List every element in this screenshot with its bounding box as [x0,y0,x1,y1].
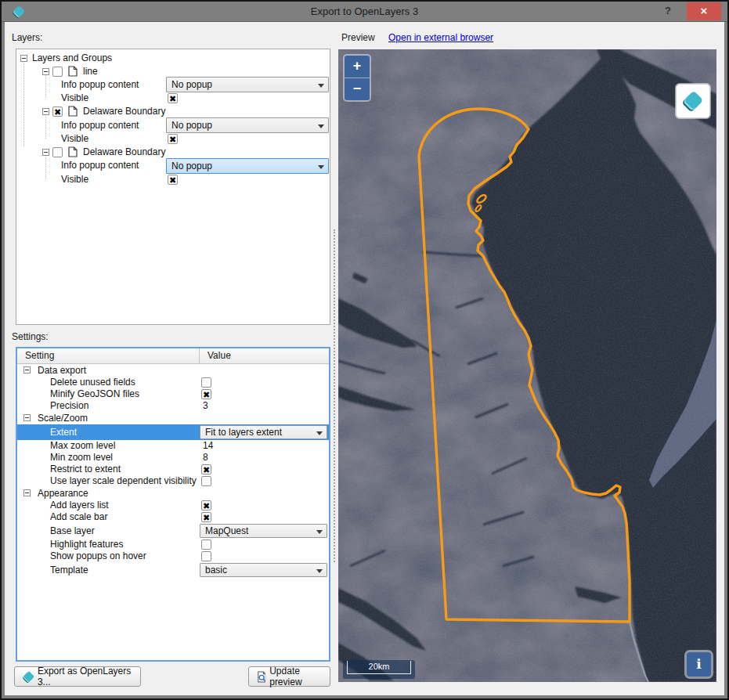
window-title: Export to OpenLayers 3 [2,5,727,17]
openlayers-logo-icon [22,670,34,684]
setting-checkbox[interactable] [201,539,211,550]
tree-guide-line [23,59,24,146]
settings-panel-label: Settings: [12,331,49,342]
settings-row-extent[interactable]: Extent Fit to layers extent [17,424,329,440]
popup-select-value: No popup [171,79,212,90]
setting-label: Template [50,562,88,578]
chevron-down-icon [316,569,323,573]
settings-row-precision[interactable]: Precision 3 [17,400,329,412]
setting-label: Use layer scale dependent visibility [50,475,197,487]
layer-checkbox[interactable] [52,67,63,77]
close-button[interactable]: × [687,2,721,20]
setting-checkbox[interactable] [201,476,211,486]
settings-row-restrict-extent[interactable]: Restrict to extent ✖ [17,464,329,475]
setting-checkbox[interactable]: ✖ [201,500,211,511]
setting-checkbox[interactable] [201,551,211,561]
column-header-value: Value [200,348,329,363]
setting-checkbox[interactable]: ✖ [201,464,211,474]
export-button[interactable]: Export as OpenLayers 3... [14,666,141,687]
settings-table[interactable]: Setting Value Data export Delete unused … [16,347,330,662]
tree-guide-line [45,71,46,98]
expander-icon[interactable] [23,414,31,421]
expander-icon[interactable] [23,489,31,496]
vertical-splitter-handle[interactable] [334,229,335,562]
layer-name[interactable]: line [83,65,98,78]
setting-label: Max zoom level [50,440,115,452]
layers-toggle-button[interactable] [676,84,710,118]
settings-group-data-export[interactable]: Data export [17,364,329,377]
settings-row-min-zoom[interactable]: Min zoom level 8 [17,452,329,464]
export-button-label: Export as OpenLayers 3... [38,666,133,687]
layer-name[interactable]: Delaware Boundary [83,105,165,118]
group-label: Appearance [38,487,88,500]
settings-row-popups-on-hover[interactable]: Show popups on hover [17,550,329,562]
dialog-content: Layers: Layers and Groups line Info popu… [5,22,724,695]
setting-label: Extent [50,424,77,440]
extent-select-value: Fit to layers extent [205,427,282,438]
setting-label: Base layer [50,523,95,539]
popup-select-2[interactable]: No popup [166,158,329,174]
setting-checkbox[interactable] [201,377,211,388]
template-select[interactable]: basic [200,563,327,577]
layer-file-icon [68,66,78,77]
title-bar[interactable]: Export to OpenLayers 3 ? × [2,2,727,22]
setting-label: Add scale bar [50,511,107,523]
expander-icon[interactable] [42,68,49,75]
base-layer-select[interactable]: MapQuest [200,524,327,538]
layer-checkbox[interactable]: ✖ [52,106,63,117]
chevron-down-icon [318,165,324,169]
open-external-browser-link[interactable]: Open in external browser [388,32,493,43]
layers-icon [681,89,705,113]
settings-row-highlight-features[interactable]: Highlight features [17,539,329,550]
settings-row-add-layers-list[interactable]: Add layers list ✖ [17,500,329,511]
extent-select[interactable]: Fit to layers extent [200,425,327,439]
settings-row-max-zoom[interactable]: Max zoom level 14 [17,440,329,452]
expander-icon[interactable] [20,55,27,62]
setting-checkbox[interactable]: ✖ [201,512,211,522]
chevron-down-icon [318,84,324,88]
visible-checkbox[interactable]: ✖ [168,175,178,185]
settings-row-template[interactable]: Template basic [17,562,329,578]
setting-label: Add layers list [50,500,109,511]
settings-row-base-layer[interactable]: Base layer MapQuest [17,523,329,539]
popup-select-value: No popup [171,120,212,131]
setting-label: Show popups on hover [50,550,146,562]
setting-label: Highlight features [50,539,123,550]
zoom-out-button[interactable]: − [345,78,370,100]
update-preview-button[interactable]: Update preview [248,666,330,687]
doc-magnifier-icon [256,671,265,683]
expander-icon[interactable] [42,149,49,156]
visible-checkbox[interactable]: ✖ [168,93,178,103]
template-select-value: basic [205,565,227,576]
expander-icon[interactable] [42,108,49,115]
settings-group-appearance[interactable]: Appearance [17,487,329,500]
settings-row-layer-scale-visibility[interactable]: Use layer scale dependent visibility [17,475,329,487]
setting-value[interactable]: 3 [203,400,208,412]
settings-row-minify-geojson[interactable]: Minify GeoJSON files ✖ [17,388,329,400]
tree-root-label[interactable]: Layers and Groups [32,52,112,65]
popup-select-0[interactable]: No popup [166,77,329,92]
expander-icon[interactable] [23,366,31,373]
setting-value[interactable]: 8 [203,452,208,464]
setting-value[interactable]: 14 [203,440,213,452]
layer-name[interactable]: Delaware Boundary [83,146,165,159]
visible-checkbox[interactable]: ✖ [168,134,178,144]
setting-label: Precision [50,400,88,412]
settings-row-delete-unused-fields[interactable]: Delete unused fields [17,377,329,388]
setting-label: Minify GeoJSON files [50,388,139,400]
map-preview[interactable]: + − 20km i [338,49,716,682]
attribution-info-button[interactable]: i [684,650,713,679]
popup-select-1[interactable]: No popup [166,117,329,133]
zoom-in-button[interactable]: + [345,56,370,78]
layers-tree[interactable]: Layers and Groups line Info popup conten… [16,49,330,325]
group-label: Scale/Zoom [38,412,88,424]
settings-group-scale-zoom[interactable]: Scale/Zoom [17,412,329,424]
visible-label: Visible [61,132,88,146]
info-popup-label: Info popup content [61,159,139,172]
setting-checkbox[interactable]: ✖ [201,389,211,399]
settings-row-add-scale-bar[interactable]: Add scale bar ✖ [17,511,329,523]
help-button[interactable]: ? [660,5,676,19]
layers-panel-label: Layers: [12,32,42,43]
scale-bar-label: 20km [347,661,411,674]
layer-checkbox[interactable] [52,147,63,157]
